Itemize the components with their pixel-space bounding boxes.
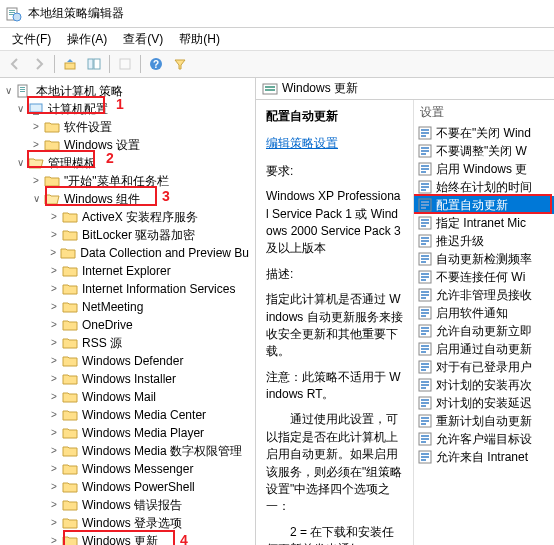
- folder-icon: [44, 119, 60, 135]
- setting-item[interactable]: 不要调整"关闭 W: [414, 142, 554, 160]
- show-hide-tree-button[interactable]: [83, 53, 105, 75]
- tree-item-12[interactable]: >Windows Media Player: [0, 424, 255, 442]
- setting-item[interactable]: 允许来自 Intranet: [414, 448, 554, 466]
- tree-item-17[interactable]: >Windows 登录选项: [0, 514, 255, 532]
- filter-button[interactable]: [169, 53, 191, 75]
- tree-item-15[interactable]: >Windows PowerShell: [0, 478, 255, 496]
- settings-column-header[interactable]: 设置: [414, 100, 554, 122]
- tree-toggle[interactable]: >: [48, 406, 60, 424]
- up-button[interactable]: [59, 53, 81, 75]
- tree-item-0[interactable]: >ActiveX 安装程序服务: [0, 208, 255, 226]
- menu-action[interactable]: 操作(A): [59, 29, 115, 50]
- tree-toggle[interactable]: >: [48, 280, 60, 298]
- tree-toggle[interactable]: >: [48, 244, 58, 262]
- tree-item-4[interactable]: >Internet Information Services: [0, 280, 255, 298]
- tree-item-2[interactable]: >Data Collection and Preview Bu: [0, 244, 255, 262]
- svg-rect-21: [421, 129, 429, 131]
- setting-item[interactable]: 不要在"关闭 Wind: [414, 124, 554, 142]
- tree-toggle[interactable]: ∨: [14, 100, 26, 118]
- tree-toggle[interactable]: >: [48, 442, 60, 460]
- tree-toggle[interactable]: ∨: [30, 190, 42, 208]
- setting-item[interactable]: 启用通过自动更新: [414, 340, 554, 358]
- setting-item[interactable]: 对计划的安装再次: [414, 376, 554, 394]
- tree-item-7[interactable]: >RSS 源: [0, 334, 255, 352]
- tree-toggle[interactable]: >: [30, 172, 42, 190]
- setting-item[interactable]: 始终在计划的时间: [414, 178, 554, 196]
- help-button[interactable]: ?: [145, 53, 167, 75]
- setting-item[interactable]: 启用 Windows 更: [414, 160, 554, 178]
- tree-windows-settings[interactable]: >Windows 设置: [0, 136, 255, 154]
- export-button[interactable]: [114, 53, 136, 75]
- policy-icon: [418, 306, 432, 320]
- tree-item-label: Windows 更新: [80, 532, 160, 545]
- tree-toggle[interactable]: ∨: [2, 82, 14, 100]
- setting-item[interactable]: 指定 Intranet Mic: [414, 214, 554, 232]
- setting-label: 指定 Intranet Mic: [436, 215, 526, 232]
- tree-computer-config[interactable]: ∨计算机配置: [0, 100, 255, 118]
- svg-rect-73: [421, 363, 429, 365]
- menu-view[interactable]: 查看(V): [115, 29, 171, 50]
- setting-item[interactable]: 配置自动更新: [414, 196, 554, 214]
- edit-policy-link[interactable]: 编辑策略设置: [266, 135, 338, 152]
- menu-help[interactable]: 帮助(H): [171, 29, 228, 50]
- tree-toggle[interactable]: >: [48, 370, 60, 388]
- policy-icon: [418, 144, 432, 158]
- setting-item[interactable]: 重新计划自动更新: [414, 412, 554, 430]
- tree-item-14[interactable]: >Windows Messenger: [0, 460, 255, 478]
- tree-toggle[interactable]: >: [48, 478, 60, 496]
- back-button[interactable]: [4, 53, 26, 75]
- tree-item-3[interactable]: >Internet Explorer: [0, 262, 255, 280]
- tree-item-18[interactable]: >Windows 更新: [0, 532, 255, 545]
- tree-toggle[interactable]: >: [48, 298, 60, 316]
- tree-item-8[interactable]: >Windows Defender: [0, 352, 255, 370]
- tree-toggle[interactable]: >: [48, 496, 60, 514]
- tree-start-menu[interactable]: >"开始"菜单和任务栏: [0, 172, 255, 190]
- tree-item-9[interactable]: >Windows Installer: [0, 370, 255, 388]
- setting-item[interactable]: 允许客户端目标设: [414, 430, 554, 448]
- tree-root-node[interactable]: ∨本地计算机 策略: [0, 82, 255, 100]
- tree-item-16[interactable]: >Windows 错误报告: [0, 496, 255, 514]
- setting-item[interactable]: 自动更新检测频率: [414, 250, 554, 268]
- tree-toggle[interactable]: >: [48, 262, 60, 280]
- setting-item[interactable]: 启用软件通知: [414, 304, 554, 322]
- svg-rect-35: [421, 189, 426, 191]
- tree-admin-templates[interactable]: ∨管理模板: [0, 154, 255, 172]
- tree-item-label: ActiveX 安装程序服务: [80, 208, 200, 226]
- settings-list[interactable]: 不要在"关闭 Wind不要调整"关闭 W启用 Windows 更始终在计划的时间…: [414, 122, 554, 468]
- tree-toggle[interactable]: ∨: [14, 154, 26, 172]
- setting-item[interactable]: 允许非管理员接收: [414, 286, 554, 304]
- tree-toggle[interactable]: >: [48, 352, 60, 370]
- tree-toggle[interactable]: >: [48, 460, 60, 478]
- tree-toggle[interactable]: >: [48, 388, 60, 406]
- tree-toggle[interactable]: >: [48, 334, 60, 352]
- tree-software-settings[interactable]: >软件设置: [0, 118, 255, 136]
- setting-label: 配置自动更新: [436, 197, 508, 214]
- menu-file[interactable]: 文件(F): [4, 29, 59, 50]
- tree-item-label: Windows 登录选项: [80, 514, 184, 532]
- tree-toggle[interactable]: >: [48, 532, 60, 545]
- setting-item[interactable]: 不要连接任何 Wi: [414, 268, 554, 286]
- tree-toggle[interactable]: >: [30, 118, 42, 136]
- tree-toggle[interactable]: >: [48, 316, 60, 334]
- tree-toggle[interactable]: >: [48, 424, 60, 442]
- tree-windows-components[interactable]: ∨Windows 组件: [0, 190, 255, 208]
- svg-rect-81: [421, 399, 429, 401]
- tree-toggle[interactable]: >: [48, 226, 60, 244]
- setting-item[interactable]: 推迟升级: [414, 232, 554, 250]
- tree-item-11[interactable]: >Windows Media Center: [0, 406, 255, 424]
- tree-pane[interactable]: ∨本地计算机 策略∨计算机配置>软件设置>Windows 设置∨管理模板>"开始…: [0, 78, 256, 545]
- tree-toggle[interactable]: >: [30, 136, 42, 154]
- setting-item[interactable]: 允许自动更新立即: [414, 322, 554, 340]
- tree-toggle[interactable]: >: [48, 208, 60, 226]
- setting-item[interactable]: 对于有已登录用户: [414, 358, 554, 376]
- tree-item-5[interactable]: >NetMeeting: [0, 298, 255, 316]
- tree-toggle[interactable]: >: [48, 514, 60, 532]
- forward-button[interactable]: [28, 53, 50, 75]
- policy-icon: [418, 288, 432, 302]
- tree-item-6[interactable]: >OneDrive: [0, 316, 255, 334]
- tree-item-13[interactable]: >Windows Media 数字权限管理: [0, 442, 255, 460]
- tree-item-10[interactable]: >Windows Mail: [0, 388, 255, 406]
- setting-item[interactable]: 对计划的安装延迟: [414, 394, 554, 412]
- tree-item-1[interactable]: >BitLocker 驱动器加密: [0, 226, 255, 244]
- svg-rect-67: [421, 333, 426, 335]
